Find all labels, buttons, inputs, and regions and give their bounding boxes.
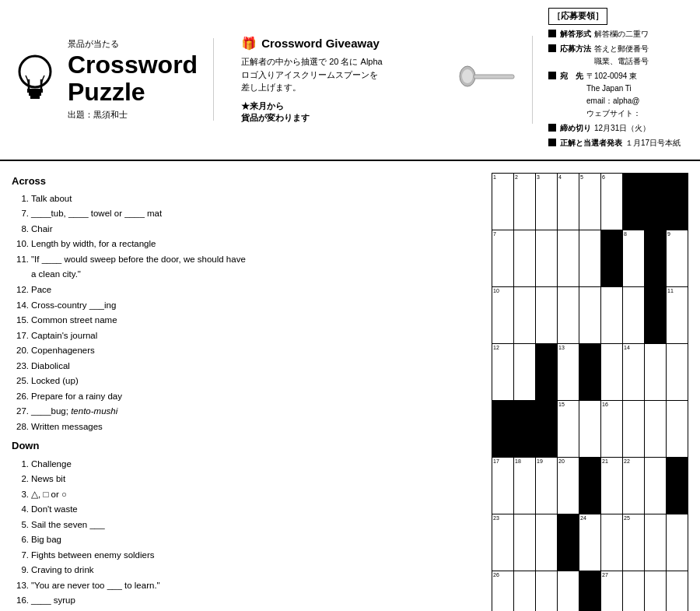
cell-4-7: 14 xyxy=(623,343,645,400)
cell-7-5: 24 xyxy=(579,514,601,571)
cell-4-9 xyxy=(667,343,688,400)
title-block: 景品が当たる Crossword Puzzle 出題：黒須和士 xyxy=(68,38,198,121)
cell-8-5-black xyxy=(579,571,601,611)
giveaway-note: ★来月から 貨品が変わります xyxy=(241,100,450,124)
cell-8-8 xyxy=(645,571,667,611)
giveaway-section: 🎁 Crossword Giveaway 正解者の中から抽選で 20 名に Al… xyxy=(229,36,533,124)
clue-across-25: 25. Locked (up) xyxy=(12,374,253,389)
info-row-format: 解答形式 解答欄の二重ワ xyxy=(548,28,688,40)
grid-row-6: 17 18 19 20 21 22 xyxy=(492,457,688,514)
cell-2-9: 9 xyxy=(667,230,688,286)
cell-3-5 xyxy=(579,286,601,343)
main-title: Crossword Puzzle xyxy=(68,51,198,106)
grid-row-8: 26 27 xyxy=(492,571,688,611)
title-section: 景品が当たる Crossword Puzzle 出題：黒須和士 xyxy=(12,38,214,121)
cell-3-7 xyxy=(623,286,645,343)
svg-rect-4 xyxy=(29,93,41,96)
cell-8-4 xyxy=(558,571,579,611)
subtitle: 景品が当たる xyxy=(68,38,198,50)
cell-6-1: 17 xyxy=(492,457,514,514)
cell-4-5-black xyxy=(579,343,601,400)
cell-6-6: 21 xyxy=(601,457,623,514)
cell-8-2 xyxy=(514,571,536,611)
cell-5-4: 15 xyxy=(558,400,579,457)
grid-row-7: 23 24 25 xyxy=(492,514,688,571)
giveaway-text: 正解者の中から抽選で 20 名に Alpha ロゴ入りアイスクリームスプーンを … xyxy=(241,55,450,124)
cell-5-8 xyxy=(645,400,667,457)
cell-1-6: 6 xyxy=(601,173,623,230)
cell-6-8 xyxy=(645,457,667,514)
clue-across-10: 10. Length by width, for a rectangle xyxy=(12,237,253,252)
cell-5-7 xyxy=(623,400,645,457)
cell-8-6: 27 xyxy=(601,571,623,611)
cell-5-5 xyxy=(579,400,601,457)
cell-4-1: 12 xyxy=(492,343,514,400)
grid-row-2: 7 8 9 xyxy=(492,230,688,286)
giveaway-title: 🎁 Crossword Giveaway xyxy=(241,36,520,51)
clue-across-23: 23. Diabolical xyxy=(12,359,253,374)
cell-6-4: 20 xyxy=(558,457,579,514)
clue-across-14: 14. Cross-country ___ing xyxy=(12,298,253,314)
cell-7-1: 23 xyxy=(492,514,514,571)
cell-5-2-black xyxy=(514,400,536,457)
clues-section: Across 1. Talk about 7. ____tub, ____ to… xyxy=(12,173,253,611)
cell-8-9 xyxy=(667,571,688,611)
cell-3-2 xyxy=(514,286,536,343)
cell-2-3 xyxy=(536,230,558,286)
clue-across-17: 17. Captain's journal xyxy=(12,328,253,344)
cell-1-7-black xyxy=(623,173,645,230)
bullet-icon xyxy=(548,72,556,79)
cell-2-7: 8 xyxy=(623,230,645,286)
bullet-icon xyxy=(548,139,556,146)
cell-7-9 xyxy=(667,514,688,571)
cell-5-3-black xyxy=(536,400,558,457)
clue-down-3: 3. △, □ or ○ xyxy=(12,487,253,503)
cell-1-8-black xyxy=(645,173,667,230)
cell-1-2: 2 xyxy=(514,173,536,230)
grid-row-4: 12 13 14 xyxy=(492,343,688,400)
cell-8-7 xyxy=(623,571,645,611)
clue-down-4: 4. Don't waste xyxy=(12,502,253,518)
cell-4-4: 13 xyxy=(558,343,579,400)
cell-4-8 xyxy=(645,343,667,400)
cell-7-2 xyxy=(514,514,536,571)
info-section: ［応募要領］ 解答形式 解答欄の二重ワ 応募方法 答えと郵便番号職業、電話番号 … xyxy=(548,8,688,152)
clue-across-15: 15. Common street name xyxy=(12,313,253,328)
giveaway-content: 正解者の中から抽選で 20 名に Alpha ロゴ入りアイスクリームスプーンを … xyxy=(241,55,520,124)
gift-icon: 🎁 xyxy=(241,36,257,51)
cell-6-2: 18 xyxy=(514,457,536,514)
cell-8-3 xyxy=(536,571,558,611)
svg-point-0 xyxy=(19,56,51,87)
page-header: 景品が当たる Crossword Puzzle 出題：黒須和士 🎁 Crossw… xyxy=(0,0,700,161)
cell-1-4: 4 xyxy=(558,173,579,230)
cell-2-1: 7 xyxy=(492,230,514,286)
clue-down-1: 1. Challenge xyxy=(12,457,253,472)
giveaway-desc: 正解者の中から抽選で 20 名に Alpha ロゴ入りアイスクリームスプーンを … xyxy=(241,55,450,94)
grid-row-3: 10 11 xyxy=(492,286,688,343)
cell-3-3 xyxy=(536,286,558,343)
cell-3-9: 11 xyxy=(667,286,688,343)
cell-6-5-black xyxy=(579,457,601,514)
info-row-deadline: 締め切り 12月31日（火） xyxy=(548,122,688,135)
cell-5-9 xyxy=(667,400,688,457)
cell-6-9-black xyxy=(667,457,688,514)
cell-1-5: 5 xyxy=(579,173,601,230)
bullet-icon xyxy=(548,30,556,37)
grid-area: 1 2 3 4 5 6 7 8 xyxy=(261,173,688,611)
crossword-grid: 1 2 3 4 5 6 7 8 xyxy=(492,173,688,611)
main-content: Across 1. Talk about 7. ____tub, ____ to… xyxy=(0,161,700,611)
clue-across-12: 12. Pace xyxy=(12,283,253,298)
clue-down-13: 13. "You are never too ___ to learn." xyxy=(12,578,253,594)
cell-8-1: 26 xyxy=(492,571,514,611)
cell-7-4-black xyxy=(558,514,579,571)
info-row-method: 応募方法 答えと郵便番号職業、電話番号 xyxy=(548,43,688,68)
clue-down-7: 7. Fights between enemy soldiers xyxy=(12,548,253,564)
svg-rect-3 xyxy=(27,89,43,93)
cell-2-8-black xyxy=(645,230,667,286)
clue-across-26: 26. Prepare for a rainy day xyxy=(12,389,253,405)
cell-3-1: 10 xyxy=(492,286,514,343)
cell-2-5 xyxy=(579,230,601,286)
cell-2-6-black xyxy=(601,230,623,286)
cell-4-3-black xyxy=(536,343,558,400)
cell-5-6: 16 xyxy=(601,400,623,457)
